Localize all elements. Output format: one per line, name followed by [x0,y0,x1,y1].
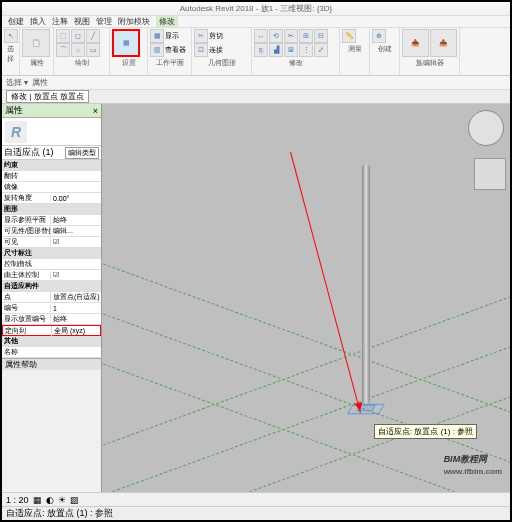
type-selector[interactable]: 自适应点 (1)编辑类型 [2,146,101,160]
group-header[interactable]: 图形 [2,204,101,215]
visual-style-icon[interactable]: ◐ [46,495,54,505]
select-icon[interactable]: ↖ [4,29,18,43]
property-row[interactable]: 点放置点(自适应) [2,292,101,303]
join-icon[interactable]: ⊡ [194,43,208,57]
circle-icon[interactable]: ○ [71,43,85,57]
ribbon: ↖选择 📋属性 ⬚◻╱ ⌒○▭ 绘制 ▦ 设置 ▦显示 ▥查看器 工作平面 ✂剪… [2,28,510,76]
prop-value[interactable]: 0.00° [50,195,101,202]
property-row[interactable]: 控制曲线 [2,259,101,270]
prop-name: 显示参照平面 [2,215,50,225]
split-icon[interactable]: ⊠ [284,43,298,57]
cut-label: 剪切 [209,31,223,41]
detail-icon[interactable]: ▦ [33,495,42,505]
modify-context: 修改 | 放置点 放置点 [6,90,89,103]
measure-icon[interactable]: 📏 [342,29,356,43]
prop-value[interactable]: 全局 (xyz) [51,326,100,336]
watermark-logo: BIM教程网www.ifbim.com [444,446,502,476]
shadow-icon[interactable]: ▨ [70,495,79,505]
close-icon[interactable]: × [93,106,98,116]
prop-name: 控制曲线 [2,259,50,269]
set-workplane-button[interactable]: ▦ [112,29,140,57]
load-close-icon[interactable]: 📤 [430,29,457,57]
group-header[interactable]: 自适应构件 [2,281,101,292]
arc-icon[interactable]: ⌒ [56,43,70,57]
prop-value[interactable]: 1 [50,305,101,312]
property-row[interactable]: 显示参照平面始终 [2,215,101,226]
panel-draw-label: 绘制 [56,58,107,68]
prop-name: 点 [2,292,50,302]
viewer-icon[interactable]: ▥ [150,43,164,57]
property-row[interactable]: 由主体控制☑ [2,270,101,281]
props-toggle[interactable]: 属性 [32,77,48,88]
menu-create[interactable]: 创建 [8,16,24,27]
view-control-bar: 1 : 20 ▦ ◐ ☀ ▨ [2,492,510,506]
cut-icon[interactable]: ✂ [194,29,208,43]
menu-modify[interactable]: 修改 [156,16,178,27]
edit-type-button[interactable]: 编辑类型 [65,147,99,159]
property-row[interactable]: 名称 [2,347,101,358]
prop-value[interactable]: 始终 [50,215,101,225]
prop-name: 可见性/图形替换 [2,226,50,236]
property-row[interactable]: 翻转 [2,171,101,182]
prop-value[interactable]: ☑ [50,238,101,246]
select-dropdown[interactable]: 选择 ▾ [6,77,28,88]
menu-bar: 创建 插入 注释 视图 管理 附加模块 修改 [2,16,510,28]
status-text: 自适应点: 放置点 (1) : 参照 [6,507,113,520]
revit-r-icon: R [5,121,27,143]
create-icon[interactable]: ⊕ [372,29,386,43]
property-row[interactable]: 旋转角度0.00° [2,193,101,204]
type-preview: R [2,118,101,146]
column-element[interactable] [362,164,370,404]
group-header[interactable]: 约束 [2,160,101,171]
group-header[interactable]: 其他 [2,336,101,347]
scale-icon[interactable]: ⤢ [314,43,328,57]
title-bar: Autodesk Revit 2018 - 族1 - 三维视图: {3D} [2,2,510,16]
model-icon[interactable]: ⬚ [56,29,70,43]
property-help[interactable]: 属性帮助 [2,358,101,370]
copy-icon[interactable]: ⎘ [254,43,268,57]
prop-value[interactable]: 放置点(自适应) [50,292,101,302]
rect-icon[interactable]: ▭ [86,43,100,57]
join-label: 连接 [209,45,223,55]
ground-grid [102,104,510,504]
property-row[interactable]: 编号1 [2,303,101,314]
menu-manage[interactable]: 管理 [96,16,112,27]
array-icon[interactable]: ⋮ [299,43,313,57]
prop-name: 编号 [2,303,50,313]
viewport-3d[interactable]: 自适应点: 放置点 (1) : 参照 BIM教程网www.ifbim.com [102,104,510,504]
scale-display[interactable]: 1 : 20 [6,495,29,505]
show-icon[interactable]: ▦ [150,29,164,43]
load-project-icon[interactable]: 📥 [402,29,429,57]
prop-name: 镜像 [2,182,50,192]
prop-name: 显示放置编号 [2,314,50,324]
sun-icon[interactable]: ☀ [58,495,66,505]
trim-icon[interactable]: ✂ [284,29,298,43]
align-icon[interactable]: ⊞ [299,29,313,43]
nav-wheel-icon[interactable] [468,110,504,146]
property-row[interactable]: 定向到全局 (xyz) [2,325,101,336]
shape-icon[interactable]: ◻ [71,29,85,43]
mirror-icon[interactable]: ▟ [269,43,283,57]
move-icon[interactable]: ↔ [254,29,268,43]
prop-name: 翻转 [2,171,50,181]
prop-value[interactable]: ☑ [50,271,101,279]
offset-icon[interactable]: ⊟ [314,29,328,43]
status-bar: 自适应点: 放置点 (1) : 参照 [2,506,510,520]
properties-header: 属性× [2,104,101,118]
menu-addins[interactable]: 附加模块 [118,16,150,27]
rotate-icon[interactable]: ⟲ [269,29,283,43]
property-row[interactable]: 可见☑ [2,237,101,248]
prop-value[interactable]: 编辑... [50,226,101,236]
prop-name: 可见 [2,237,50,247]
prop-value[interactable]: 始终 [50,314,101,324]
menu-insert[interactable]: 插入 [30,16,46,27]
view-cube-icon[interactable] [474,158,506,190]
line-icon[interactable]: ╱ [86,29,100,43]
properties-icon[interactable]: 📋 [22,29,50,57]
property-row[interactable]: 可见性/图形替换编辑... [2,226,101,237]
group-header[interactable]: 尺寸标注 [2,248,101,259]
menu-annotate[interactable]: 注释 [52,16,68,27]
property-row[interactable]: 显示放置编号始终 [2,314,101,325]
menu-view[interactable]: 视图 [74,16,90,27]
property-row[interactable]: 镜像 [2,182,101,193]
